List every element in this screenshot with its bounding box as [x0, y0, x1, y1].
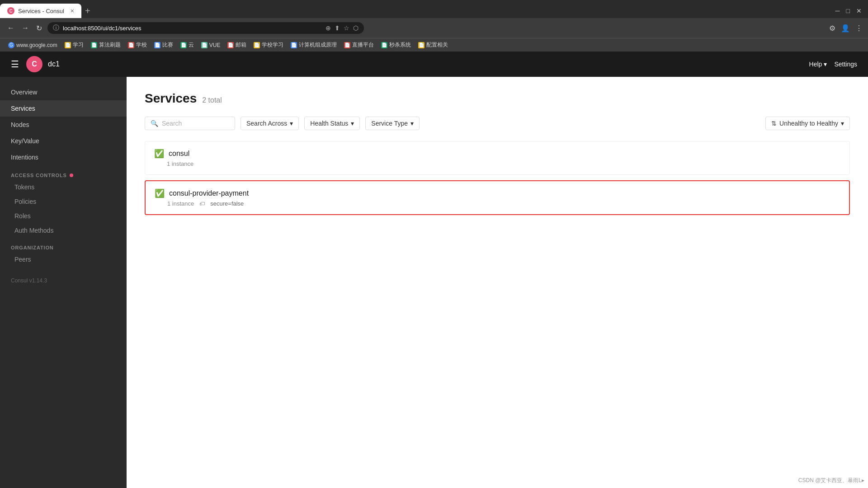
filters-row: 🔍 Search Across ▾ Health Status ▾ Servic…	[145, 117, 850, 130]
bookmark-favicon-1: 📄	[65, 42, 71, 48]
main-area: Overview Services Nodes Key/Value Intent…	[0, 77, 868, 488]
bookmark-12[interactable]: 📄 配置相关	[415, 40, 451, 50]
healthy-status-icon: ✅	[154, 149, 164, 159]
sidebar-item-keyvalue[interactable]: Key/Value	[0, 133, 127, 149]
healthy-status-icon-2: ✅	[155, 188, 165, 198]
bookmarks-bar: G www.google.com 📄 学习 📄 算法刷题 📄 学校 📄 比赛 📄…	[0, 38, 868, 52]
back-button[interactable]: ←	[5, 22, 16, 34]
forward-button[interactable]: →	[20, 22, 31, 34]
datacenter-label: dc1	[48, 60, 60, 68]
service-meta-2: 1 instance 🏷 secure=false	[155, 200, 840, 207]
sidebar-item-intentions[interactable]: Intentions	[0, 149, 127, 165]
search-across-button[interactable]: Search Across ▾	[241, 117, 299, 130]
page-title-row: Services 2 total	[145, 91, 850, 106]
maximize-button[interactable]: □	[844, 6, 853, 15]
bookmark-icon[interactable]: ☆	[344, 24, 349, 32]
service-name: consul	[169, 150, 189, 158]
bookmark-10[interactable]: 📄 直播平台	[341, 40, 377, 50]
hamburger-menu[interactable]: ☰	[11, 59, 19, 70]
bookmark-4[interactable]: 📄 比赛	[151, 40, 176, 50]
browser-chrome: C Services - Consul × + ─ □ ✕ ← → ↻ ⓘ lo…	[0, 0, 868, 52]
sidebar-item-peers[interactable]: Peers	[0, 252, 127, 267]
bookmark-label-7: 邮箱	[236, 41, 246, 49]
translate-icon[interactable]: ⊕	[326, 24, 331, 32]
instance-count: 1 instance	[167, 160, 193, 167]
tab-favicon: C	[7, 7, 14, 14]
service-meta: 1 instance	[154, 160, 840, 167]
bookmark-favicon-5: 📄	[180, 42, 187, 48]
bookmark-label-12: 配置相关	[426, 41, 448, 49]
search-input[interactable]	[162, 120, 225, 127]
bookmark-5[interactable]: 📄 云	[178, 40, 197, 50]
tag-icon: 🏷	[199, 201, 205, 207]
instance-count-2: 1 instance	[167, 200, 194, 207]
bookmark-google[interactable]: G www.google.com	[5, 41, 60, 49]
chevron-down-icon: ▾	[824, 61, 827, 68]
service-item-consul-provider-payment[interactable]: ✅ consul-provider-payment 1 instance 🏷 s…	[145, 180, 850, 215]
url-text: localhost:8500/ui/dc1/services	[63, 25, 322, 32]
bookmark-1[interactable]: 📄 学习	[62, 40, 86, 50]
bookmark-6[interactable]: 📄 VUE	[198, 41, 223, 49]
toolbar-icons: ⚙ 👤 ⋮	[829, 24, 863, 33]
bookmark-label-11: 秒杀系统	[389, 41, 411, 49]
bookmark-9[interactable]: 📄 计算机组成原理	[288, 40, 340, 50]
bookmark-8[interactable]: 📄 学校学习	[251, 40, 286, 50]
tab-close-button[interactable]: ×	[71, 7, 74, 14]
sidebar-item-tokens[interactable]: Tokens	[0, 180, 127, 194]
sidebar-item-services[interactable]: Services	[0, 100, 127, 117]
bookmark-favicon-4: 📄	[154, 42, 160, 48]
extensions-icon[interactable]: ⚙	[829, 24, 835, 33]
bookmark-label-6: VUE	[209, 42, 221, 48]
app-header-right: Help ▾ Settings	[809, 61, 857, 68]
app: ☰ C dc1 Help ▾ Settings Overview Service…	[0, 52, 868, 488]
sidebar-footer: Consul v1.14.3	[0, 267, 127, 289]
chevron-down-icon: ▾	[841, 120, 844, 127]
tab-title: Services - Consul	[18, 8, 64, 14]
settings-button[interactable]: Settings	[834, 61, 857, 68]
address-bar[interactable]: ⓘ localhost:8500/ui/dc1/services ⊕ ⬆ ☆ ⬡	[47, 22, 364, 34]
sidebar-item-roles[interactable]: Roles	[0, 209, 127, 223]
app-logo: C	[26, 56, 42, 72]
menu-icon[interactable]: ⋮	[855, 24, 863, 33]
bookmark-11[interactable]: 📄 秒杀系统	[378, 40, 414, 50]
sidebar-item-policies[interactable]: Policies	[0, 194, 127, 209]
extension-icon[interactable]: ⬡	[353, 24, 359, 32]
bookmark-favicon-10: 📄	[344, 42, 350, 48]
minimize-button[interactable]: ─	[833, 6, 843, 15]
service-type-button[interactable]: Service Type ▾	[365, 117, 420, 130]
service-item-consul[interactable]: ✅ consul 1 instance	[145, 141, 850, 175]
bookmark-favicon-6: 📄	[201, 42, 208, 48]
sort-button[interactable]: ⇅ Unhealthy to Healthy ▾	[765, 117, 850, 130]
google-favicon: G	[8, 42, 14, 48]
search-box[interactable]: 🔍	[145, 117, 235, 130]
page-title: Services	[145, 91, 197, 106]
service-name-row: ✅ consul	[154, 149, 840, 159]
sidebar-item-auth-methods[interactable]: Auth Methods	[0, 223, 127, 238]
access-dot-indicator	[70, 174, 73, 177]
active-tab[interactable]: C Services - Consul ×	[0, 4, 81, 18]
new-tab-button[interactable]: +	[81, 4, 94, 18]
chevron-down-icon: ▾	[351, 120, 354, 127]
reload-button[interactable]: ↻	[34, 22, 44, 34]
tab-bar: C Services - Consul × + ─ □ ✕	[0, 0, 868, 18]
organization-section: ORGANIZATION	[0, 238, 127, 252]
help-button[interactable]: Help ▾	[809, 61, 827, 68]
lock-icon: ⓘ	[53, 24, 59, 32]
search-icon: 🔍	[151, 120, 158, 127]
sidebar-item-nodes[interactable]: Nodes	[0, 117, 127, 133]
close-window-button[interactable]: ✕	[854, 6, 864, 15]
access-controls-section: ACCESS CONTROLS	[0, 165, 127, 180]
bookmark-3[interactable]: 📄 学校	[125, 40, 150, 50]
profile-icon[interactable]: 👤	[841, 24, 850, 33]
share-icon[interactable]: ⬆	[335, 24, 340, 32]
bookmark-favicon-2: 📄	[91, 42, 97, 48]
address-bar-actions: ⊕ ⬆ ☆ ⬡	[326, 24, 359, 32]
bookmark-label-4: 比赛	[162, 41, 173, 49]
bookmark-2[interactable]: 📄 算法刷题	[88, 40, 123, 50]
bookmark-7[interactable]: 📄 邮箱	[225, 40, 249, 50]
health-status-button[interactable]: Health Status ▾	[304, 117, 360, 130]
page-count: 2 total	[202, 96, 222, 104]
sidebar-item-overview[interactable]: Overview	[0, 84, 127, 100]
window-controls: ─ □ ✕	[833, 6, 868, 15]
app-header: ☰ C dc1 Help ▾ Settings	[0, 52, 868, 77]
